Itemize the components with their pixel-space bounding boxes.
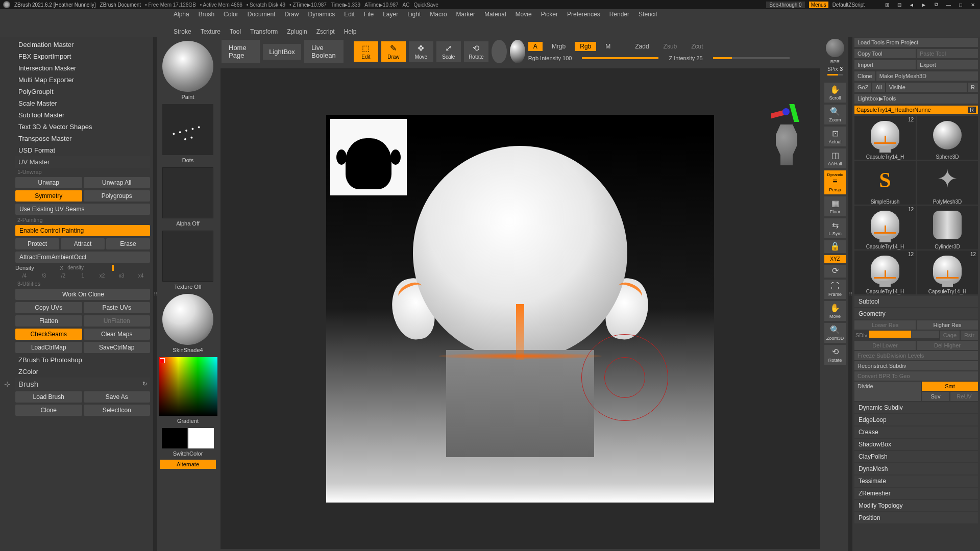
menu-alpha[interactable]: Alpha: [174, 11, 189, 18]
flatten-button[interactable]: Flatten: [15, 315, 82, 327]
plugin-polygroupit[interactable]: PolyGroupIt: [15, 86, 150, 97]
zcolor-plugin[interactable]: ZColor: [15, 366, 150, 378]
lightbox-tools-button[interactable]: Lightbox▶Tools: [854, 94, 978, 104]
live-boolean-button[interactable]: Live Boolean: [304, 40, 344, 63]
higher-res-button[interactable]: Higher Res: [917, 320, 978, 330]
make-polymesh3d-button[interactable]: Make PolyMesh3D: [876, 71, 978, 81]
layout2-icon[interactable]: ⊟: [895, 1, 903, 8]
polygroups-button[interactable]: Polygroups: [84, 190, 151, 202]
density-x3[interactable]: x3: [112, 272, 131, 280]
edgeloop-section[interactable]: EdgeLoop: [854, 414, 978, 425]
brush-preview[interactable]: [162, 41, 213, 92]
convert-bpr-button[interactable]: Convert BPR To Geo: [854, 371, 978, 381]
frame-button[interactable]: ⛶Frame: [824, 280, 846, 299]
rgb-intensity-slider[interactable]: [582, 57, 658, 59]
loadctrlmap[interactable]: LoadCtrlMap: [15, 342, 82, 353]
aahalf-button[interactable]: ◫AAHalf: [824, 148, 846, 168]
zbrush-to-photoshop[interactable]: ZBrush To Photoshop: [15, 354, 150, 366]
tool-item[interactable]: 12CapsuleTry14_H: [854, 116, 916, 160]
lightbox-button[interactable]: LightBox: [263, 44, 301, 60]
menu-transform[interactable]: Transform: [250, 28, 278, 35]
floor-button[interactable]: ▦Floor: [824, 196, 846, 216]
menu-stroke[interactable]: Stroke: [174, 28, 191, 35]
home-page-button[interactable]: Home Page: [222, 40, 260, 63]
canvas[interactable]: [326, 115, 714, 503]
plugin-usd[interactable]: USD Format: [15, 144, 150, 156]
camera-head-icon[interactable]: [771, 124, 802, 165]
uvmaster-header[interactable]: UV Master: [15, 156, 150, 168]
spix-slider[interactable]: [827, 74, 843, 76]
clone-tool-button[interactable]: Clone: [854, 71, 875, 81]
enable-control-painting[interactable]: Enable Control Painting: [15, 225, 150, 236]
paste-uvs[interactable]: Paste UVs: [84, 302, 151, 313]
zremesher-section[interactable]: ZRemesher: [854, 488, 978, 499]
zadd-button[interactable]: Zadd: [630, 42, 654, 51]
plugin-fbx[interactable]: FBX ExportImport: [15, 51, 150, 62]
save-as-brush[interactable]: Save As: [84, 391, 151, 403]
dynamic-subdiv-section[interactable]: Dynamic Subdiv: [854, 402, 978, 413]
maximize-icon[interactable]: □: [957, 1, 965, 8]
menu-material[interactable]: Material: [484, 11, 506, 18]
attract-button[interactable]: Attract: [61, 238, 105, 249]
menu-texture[interactable]: Texture: [201, 28, 220, 35]
expand-icon[interactable]: ⊹: [4, 380, 11, 389]
a-button[interactable]: A: [528, 42, 543, 51]
menu-dynamics[interactable]: Dynamics: [308, 11, 335, 18]
viewport[interactable]: [220, 68, 820, 549]
crease-section[interactable]: Crease: [854, 427, 978, 438]
cage-button[interactable]: Cage: [940, 331, 960, 340]
density-x[interactable]: X: [60, 265, 63, 271]
rstr-button[interactable]: Rstr: [961, 331, 978, 340]
menu-tool[interactable]: Tool: [230, 28, 241, 35]
tool-item[interactable]: 12CapsuleTry14_H: [854, 251, 916, 294]
nextlayout-icon[interactable]: ►: [920, 1, 928, 8]
unflatten-button[interactable]: UnFlatten: [84, 315, 151, 327]
lsym-button[interactable]: ⇆L.Sym: [824, 218, 846, 238]
right-resize-handle[interactable]: [848, 37, 852, 551]
switchcolor-button[interactable]: SwitchColor: [173, 450, 203, 457]
zoom3d-button[interactable]: 🔍Zoom3D: [824, 323, 846, 343]
modify-topology-section[interactable]: Modify Topology: [854, 500, 978, 511]
reconstruct-subdiv-button[interactable]: Reconstruct Subdiv: [854, 361, 978, 370]
import-button[interactable]: Import: [854, 60, 916, 69]
tool-item[interactable]: SimpleBrush: [854, 161, 916, 205]
goz-button[interactable]: GoZ: [854, 83, 871, 92]
claypolish-section[interactable]: ClayPolish: [854, 451, 978, 462]
del-lower-button[interactable]: Del Lower: [854, 341, 916, 350]
menu-file[interactable]: File: [364, 11, 374, 18]
tool-item[interactable]: Cylinder3D: [917, 206, 978, 249]
plugin-scalemaster[interactable]: Scale Master: [15, 97, 150, 109]
scroll-button[interactable]: ✋Scroll: [824, 83, 846, 103]
export-button[interactable]: Export: [917, 60, 978, 69]
select-icon[interactable]: SelectIcon: [84, 405, 151, 416]
menu-marker[interactable]: Marker: [456, 11, 475, 18]
plugin-multimap[interactable]: Multi Map Exporter: [15, 74, 150, 86]
seethrough-slider[interactable]: See-through 0: [766, 2, 804, 8]
scale-mode-button[interactable]: ⤢Scale: [436, 41, 461, 62]
minimize-icon[interactable]: —: [944, 1, 952, 8]
color-picker[interactable]: [159, 357, 217, 416]
sculptris-button[interactable]: [510, 40, 525, 63]
primary-color[interactable]: [188, 428, 214, 448]
alternate-button[interactable]: Alternate: [160, 460, 216, 469]
texture-slot[interactable]: [162, 231, 213, 282]
zsub-button[interactable]: Zsub: [658, 42, 682, 51]
menu-movie[interactable]: Movie: [516, 11, 532, 18]
rgb-button[interactable]: Rgb: [575, 42, 596, 51]
density-d3[interactable]: /3: [35, 272, 53, 280]
navigation-widget[interactable]: [764, 104, 810, 170]
protect-button[interactable]: Protect: [15, 238, 59, 249]
work-on-clone[interactable]: Work On Clone: [15, 289, 150, 300]
zoom-button[interactable]: 🔍Zoom: [824, 105, 846, 124]
gradient-label[interactable]: Gradient: [177, 418, 199, 424]
density-x4[interactable]: x4: [132, 272, 150, 280]
draw-mode-button[interactable]: ✎Draw: [381, 41, 406, 62]
secondary-color[interactable]: [162, 428, 187, 448]
geometry-section[interactable]: Geometry: [854, 308, 978, 319]
tessimate-section[interactable]: Tessimate: [854, 475, 978, 487]
menu-color[interactable]: Color: [224, 11, 238, 18]
menu-preferences[interactable]: Preferences: [567, 11, 600, 18]
symmetry-button[interactable]: Symmetry: [15, 190, 82, 202]
menu-brush[interactable]: Brush: [199, 11, 214, 18]
move3d-button[interactable]: ✋Move: [824, 301, 846, 321]
